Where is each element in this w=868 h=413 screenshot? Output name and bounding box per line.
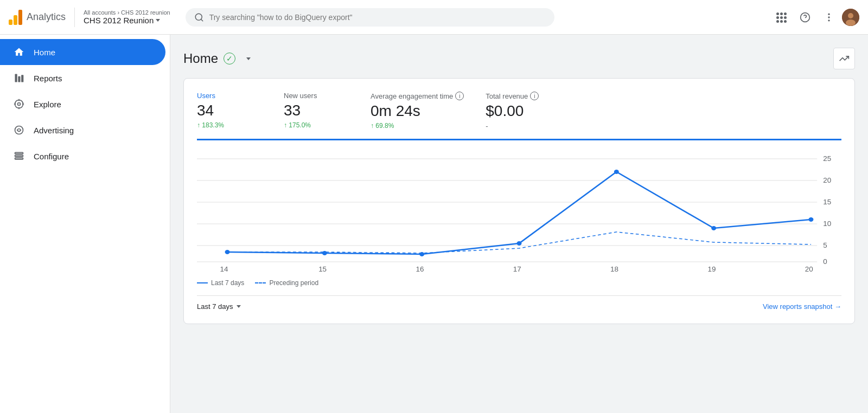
svg-rect-12 [21,75,23,82]
metric-new-users-change: ↑ 175.0% [284,121,349,129]
advertising-icon [13,124,25,136]
svg-text:20: 20 [805,266,813,273]
metric-revenue-change: - [486,122,551,130]
apps-button[interactable] [770,7,792,28]
page-actions [833,48,855,69]
revenue-info-icon[interactable]: i [530,92,539,100]
search-bar [186,8,554,27]
avatar-image [842,9,859,26]
metric-new-users-label: New users [284,92,349,100]
metric-users-label: Users [197,92,262,100]
legend-previous-line [255,282,266,283]
avatar-person-icon [842,9,859,26]
logo-bar-1 [9,20,12,25]
more-options-button[interactable] [818,7,840,28]
legend-current-line [197,282,208,283]
chart-dot-18 [614,170,619,174]
period-label: Last 7 days [197,302,233,311]
trends-button[interactable] [833,48,855,69]
sidebar-item-home-label: Home [34,48,55,57]
logo: Analytics [9,10,66,25]
sidebar-item-home[interactable]: Home [0,39,165,65]
sidebar-item-explore-label: Explore [34,100,61,109]
page-title-row: Home ✓ [183,51,256,66]
account-chevron-icon [156,19,160,22]
sidebar-item-advertising[interactable]: Advertising [0,117,165,143]
explore-icon [13,98,25,110]
metric-users-value: 34 [197,102,262,119]
metric-users-change: ↑ 183.3% [197,121,262,129]
trends-icon [839,53,850,64]
account-selector[interactable]: All accounts › CHS 2012 reunion CHS 2012… [84,9,170,25]
sidebar-item-reports[interactable]: Reports [0,65,165,91]
svg-point-8 [848,13,853,18]
metric-revenue-label: Total revenue i [486,92,551,100]
search-input[interactable] [209,13,546,22]
svg-rect-21 [15,155,23,157]
apps-grid-icon [776,12,786,22]
period-selector[interactable]: Last 7 days [197,302,241,311]
page-title-dropdown[interactable] [241,51,256,66]
metric-engagement[interactable]: Average engagement time i 0m 24s ↑ 69.8% [371,92,464,130]
page-title: Home [183,51,218,66]
svg-point-13 [15,100,23,108]
main-card: Users 34 ↑ 183.3% New users 33 ↑ 175.0% [183,78,855,324]
svg-point-19 [15,126,23,134]
svg-text:17: 17 [513,266,521,273]
page-header: Home ✓ [183,48,855,69]
sidebar-item-configure[interactable]: Configure [0,143,165,169]
metric-new-users[interactable]: New users 33 ↑ 175.0% [284,92,349,130]
chart-container: 25 20 15 10 5 0 [197,153,841,273]
svg-point-9 [846,20,856,26]
svg-point-6 [828,20,829,21]
sidebar-item-reports-label: Reports [34,74,62,83]
metric-users[interactable]: Users 34 ↑ 183.3% [197,92,262,130]
account-name-label: CHS 2012 Reunion [84,16,154,25]
chart-dot-16 [419,252,424,256]
help-button[interactable] [794,7,816,28]
metric-revenue[interactable]: Total revenue i $0.00 - [486,92,551,130]
configure-icon [13,150,25,162]
metric-engagement-value: 0m 24s [371,102,464,120]
engagement-info-icon[interactable]: i [455,92,464,100]
svg-text:20: 20 [823,177,831,184]
page-title-chevron-icon [246,57,251,60]
svg-text:16: 16 [416,266,424,273]
chart-dot-15 [322,251,327,255]
logo-bar-2 [14,15,17,25]
help-icon [800,12,810,23]
svg-text:25: 25 [823,155,831,163]
metric-new-users-value: 33 [284,102,349,119]
sidebar-item-explore[interactable]: Explore [0,91,165,117]
status-badge[interactable]: ✓ [224,53,235,64]
svg-text:0: 0 [823,258,827,266]
sidebar: Home Reports Explore Advertising [0,35,170,413]
metric-engagement-label: Average engagement time i [371,92,464,100]
home-icon [13,46,25,58]
reports-icon [13,72,25,84]
more-vert-icon [824,12,834,23]
legend-previous-label: Preceding period [269,279,318,287]
svg-text:Aug: Aug [215,272,228,273]
legend-previous: Preceding period [255,279,318,287]
svg-text:18: 18 [610,266,618,273]
svg-rect-22 [15,158,23,159]
svg-text:15: 15 [318,266,327,273]
svg-text:19: 19 [707,266,716,273]
view-snapshot-link[interactable]: View reports snapshot → [763,302,841,311]
metric-revenue-value: $0.00 [486,102,551,120]
svg-rect-10 [15,74,17,82]
card-footer: Last 7 days View reports snapshot → [197,295,841,311]
header-actions [770,7,859,28]
account-breadcrumb: All accounts › CHS 2012 reunion [84,9,170,16]
avatar[interactable] [842,9,859,26]
header-divider [74,8,75,27]
svg-text:10: 10 [823,220,831,228]
app-name: Analytics [27,11,66,23]
main-layout: Home Reports Explore Advertising [0,35,868,413]
chart-dot-14 [225,250,230,254]
check-icon: ✓ [226,55,233,62]
sidebar-item-configure-label: Configure [34,152,69,161]
chart-svg: 25 20 15 10 5 0 [197,153,841,273]
svg-text:15: 15 [823,198,831,206]
